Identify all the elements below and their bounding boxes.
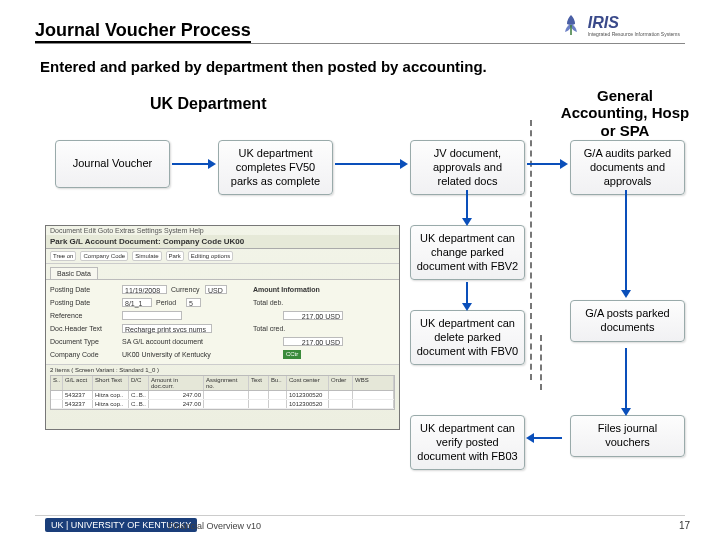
company-code-value: UK00 University of Kentucky bbox=[122, 351, 211, 358]
total-deb-value: 217.00 USD bbox=[283, 311, 343, 320]
gh-amount: Amount in doc.curr. bbox=[149, 376, 204, 390]
field-label: Posting Date bbox=[50, 299, 122, 306]
uk-department-header: UK Department bbox=[150, 95, 266, 113]
sap-toolbar: Tree on Company Code Simulate Park Editi… bbox=[46, 249, 399, 264]
subtitle: Entered and parked by department then po… bbox=[40, 58, 487, 75]
toolbar-company-code[interactable]: Company Code bbox=[80, 251, 128, 261]
table-row[interactable]: 543237 Hitza cop.. C..B.. 247.00 1012300… bbox=[51, 391, 394, 400]
table-row[interactable]: 543237 Hitza cop.. C..B.. 247.00 1012300… bbox=[51, 400, 394, 409]
toolbar-simulate[interactable]: Simulate bbox=[132, 251, 161, 261]
sap-tab-basic-data[interactable]: Basic Data bbox=[50, 267, 98, 279]
arrow-post-down bbox=[625, 348, 627, 408]
gh-order: Order bbox=[329, 376, 353, 390]
iris-label: IRIS bbox=[588, 14, 680, 32]
gh-cost: Cost center bbox=[287, 376, 329, 390]
total-cre-label: Total cred. bbox=[253, 325, 298, 332]
box-jv-document: JV document, approvals and related docs bbox=[410, 140, 525, 195]
gh-wbs: WBS bbox=[353, 376, 394, 390]
box-fbv2: UK department can change parked document… bbox=[410, 225, 525, 280]
iris-flower-icon bbox=[558, 12, 584, 38]
toolbar-tree-on[interactable]: Tree on bbox=[50, 251, 76, 261]
currency-label: Currency bbox=[171, 286, 205, 293]
company-code-label: Company Code bbox=[50, 351, 122, 358]
sap-window-title: Park G/L Account Document: Company Code … bbox=[46, 235, 399, 249]
toolbar-editing-options[interactable]: Editing options bbox=[188, 251, 233, 261]
currency-field[interactable]: USD bbox=[205, 285, 227, 294]
box-ga-posts: G/A posts parked documents bbox=[570, 300, 685, 342]
sap-menu: Document Edit Goto Extras Settings Syste… bbox=[46, 226, 399, 235]
total-deb-label: Total deb. bbox=[253, 299, 298, 306]
box-fv50: UK department completes FV50 parks as co… bbox=[218, 140, 333, 195]
header-text-label: Doc.Header Text bbox=[50, 325, 122, 332]
gh-bu: Bu.. bbox=[269, 376, 287, 390]
gh-gl: G/L acct bbox=[63, 376, 93, 390]
gh-text: Text bbox=[249, 376, 269, 390]
arrow-doc-to-audit bbox=[527, 163, 560, 165]
cc-badge: CCtr bbox=[283, 350, 301, 359]
doc-type-value: SA G/L account document bbox=[122, 338, 203, 345]
field-label: Posting Date bbox=[50, 286, 122, 293]
sap-screenshot: Document Edit Goto Extras Settings Syste… bbox=[45, 225, 400, 430]
box-fb03: UK department can verify posted document… bbox=[410, 415, 525, 470]
gh-assign: Assignment no. bbox=[204, 376, 249, 390]
box-files: Files journal vouchers bbox=[570, 415, 685, 457]
period-label: Period bbox=[156, 299, 186, 306]
sap-form: Posting Date11/19/2008CurrencyUSD Postin… bbox=[46, 279, 399, 364]
arrow-audit-down bbox=[625, 190, 627, 290]
box-journal-voucher: Journal Voucher bbox=[55, 140, 170, 188]
period-field[interactable]: 5 bbox=[186, 298, 201, 307]
reference-field[interactable] bbox=[122, 311, 182, 320]
total-cre-value: 217.00 USD bbox=[283, 337, 343, 346]
arrow-fbv2-down bbox=[466, 282, 468, 303]
arrow-jv-to-fv50 bbox=[172, 163, 208, 165]
arrow-files-to-fb03 bbox=[534, 437, 562, 439]
arrow-doc-down bbox=[466, 190, 468, 218]
doc-type-label: Document Type bbox=[50, 338, 122, 345]
sap-grid: S.. G/L acct Short Text D/C Amount in do… bbox=[50, 375, 395, 410]
header-text-field[interactable]: Recharge print svcs nums bbox=[122, 324, 212, 333]
general-accounting-header: General Accounting, Hosp or SPA bbox=[555, 87, 695, 139]
toolbar-park[interactable]: Park bbox=[166, 251, 184, 261]
posting-date-field[interactable]: 11/19/2008 bbox=[122, 285, 167, 294]
footer-line bbox=[35, 515, 685, 516]
separator-2 bbox=[540, 335, 542, 390]
gh-dc: D/C bbox=[129, 376, 149, 390]
sap-grid-header: S.. G/L acct Short Text D/C Amount in do… bbox=[51, 376, 394, 391]
arrow-fv50-to-doc bbox=[335, 163, 400, 165]
iris-logo: IRIS Integrated Resource Information Sys… bbox=[558, 12, 680, 38]
footer-text: Financial Overview v10 bbox=[168, 521, 261, 531]
gh-s: S.. bbox=[51, 376, 63, 390]
iris-sub: Integrated Resource Information Systems bbox=[588, 32, 680, 37]
box-ga-audits: G/A audits parked documents and approval… bbox=[570, 140, 685, 195]
box-fbv0: UK department can delete parked document… bbox=[410, 310, 525, 365]
posting-date-field2[interactable]: 8/1_1 bbox=[122, 298, 152, 307]
page-title: Journal Voucher Process bbox=[35, 20, 251, 43]
amount-info-head: Amount Information bbox=[253, 286, 320, 293]
separator-1 bbox=[530, 120, 532, 380]
sap-grid-title: 2 Items ( Screen Variant : Standard 1_0 … bbox=[46, 364, 399, 375]
gh-short: Short Text bbox=[93, 376, 129, 390]
reference-label: Reference bbox=[50, 312, 122, 319]
page-number: 17 bbox=[679, 520, 690, 531]
